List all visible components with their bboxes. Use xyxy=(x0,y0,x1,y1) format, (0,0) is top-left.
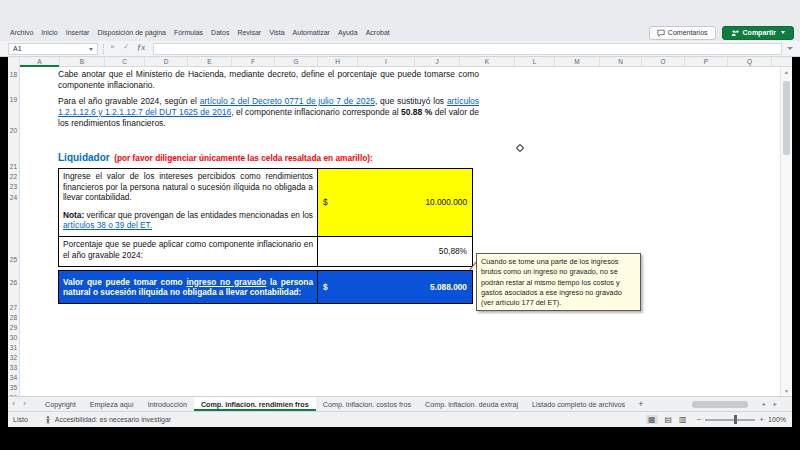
row-header-25[interactable]: 25 xyxy=(10,255,17,264)
enter-icon[interactable]: ✓ xyxy=(123,42,130,51)
row-header-24[interactable]: 24 xyxy=(10,193,17,202)
accessibility-status[interactable]: Accesibilidad: es necesario investigar xyxy=(44,416,171,424)
result-value-cell[interactable]: $ 5.088.000 xyxy=(318,270,473,304)
row-header-29[interactable]: 29 xyxy=(10,323,17,332)
page-break-view-icon[interactable]: ▥ xyxy=(679,415,687,424)
zoom-in-icon[interactable]: + xyxy=(759,416,764,424)
hscroll-left-icon[interactable]: ◄ xyxy=(761,401,766,408)
column-header-P[interactable]: P xyxy=(685,57,728,67)
column-header-Q[interactable]: Q xyxy=(728,57,772,67)
page-layout-view-icon[interactable]: ▤ xyxy=(665,415,673,424)
zoom-out-icon[interactable]: − xyxy=(697,416,702,424)
interests-label-cell[interactable]: Ingrese el valor de los intereses percib… xyxy=(58,168,318,237)
row-header-27[interactable]: 27 xyxy=(10,303,17,312)
column-header-J[interactable]: J xyxy=(415,57,460,67)
column-header-O[interactable]: O xyxy=(642,57,685,67)
table-row-result: Valor que puede tomar como ingreso no gr… xyxy=(58,270,473,304)
column-header-H[interactable]: H xyxy=(318,57,358,67)
row-header-30[interactable]: 30 xyxy=(10,333,17,342)
sheet-tab-copyright[interactable]: Copyright xyxy=(38,397,83,411)
result-label-cell[interactable]: Valor que puede tomar como ingreso no gr… xyxy=(58,270,318,304)
row-header-34[interactable]: 34 xyxy=(10,373,17,382)
row-header-18[interactable]: 18 xyxy=(10,70,17,79)
normal-view-icon[interactable]: ▦ xyxy=(646,415,658,424)
interests-input-cell[interactable]: $ 10.000.000 xyxy=(318,168,473,237)
zoom-slider[interactable] xyxy=(705,419,755,421)
column-header-C[interactable]: C xyxy=(105,57,145,67)
menu-tab-insertar[interactable]: Insertar xyxy=(62,29,94,36)
zoom-level[interactable]: 100% xyxy=(768,416,786,423)
menu-tab-automatizar[interactable]: Automatizar xyxy=(289,29,334,36)
row-header-32[interactable]: 32 xyxy=(10,353,17,362)
row-header-33[interactable]: 33 xyxy=(10,363,17,372)
menu-tab-inicio[interactable]: Inicio xyxy=(37,29,61,36)
comment-icon xyxy=(657,29,665,37)
formula-bar-expand-icon[interactable] xyxy=(787,47,793,50)
percentage-text: Porcentaje que se puede aplicar como com… xyxy=(63,239,313,260)
name-box-dropdown-icon xyxy=(89,48,93,51)
column-header-M[interactable]: M xyxy=(555,57,600,67)
scroll-down-icon[interactable]: ▼ xyxy=(781,388,792,394)
row-header-21[interactable]: 21 xyxy=(10,162,17,171)
column-header-E[interactable]: E xyxy=(188,57,232,67)
insert-function-icon[interactable]: ƒx xyxy=(137,42,145,52)
column-header-N[interactable]: N xyxy=(600,57,642,67)
column-header-G[interactable]: G xyxy=(275,57,318,67)
select-all-corner[interactable] xyxy=(8,57,20,67)
row-header-19[interactable]: 19 xyxy=(10,95,17,104)
row-header-28[interactable]: 28 xyxy=(10,313,17,322)
menu-tab-vista[interactable]: Vista xyxy=(265,29,288,36)
row-header-26[interactable]: 26 xyxy=(10,278,17,287)
column-header-A[interactable]: A xyxy=(20,57,60,67)
share-button[interactable]: Compartir xyxy=(722,26,794,40)
hscroll-right-icon[interactable]: ► xyxy=(773,401,778,408)
formula-input[interactable] xyxy=(153,43,782,55)
row-header-22[interactable]: 22 xyxy=(10,172,17,181)
add-sheet-button[interactable]: + xyxy=(632,397,649,411)
percentage-value-cell[interactable]: 50,88% xyxy=(318,236,473,267)
column-header-B[interactable]: B xyxy=(60,57,105,67)
zoom-slider-thumb[interactable] xyxy=(734,415,737,424)
column-header-F[interactable]: F xyxy=(232,57,275,67)
column-header-I[interactable]: I xyxy=(358,57,415,67)
menu-tab-datos[interactable]: Datos xyxy=(207,29,233,36)
horizontal-scroll-thumb[interactable] xyxy=(692,401,748,408)
tabs-next-icon[interactable]: › xyxy=(19,397,30,411)
column-header-L[interactable]: L xyxy=(515,57,555,67)
comments-button[interactable]: Comentarios xyxy=(649,26,716,40)
sheet-tabs-bar: ‹ › CopyrightEmpieza aquíIntroducciónCom… xyxy=(8,396,792,411)
articulos-38-39-link[interactable]: artículos 38 o 39 del ET. xyxy=(63,220,152,230)
column-header-D[interactable]: D xyxy=(145,57,188,67)
tabs-prev-icon[interactable]: ‹ xyxy=(8,397,19,411)
row-header-35[interactable]: 35 xyxy=(10,383,17,392)
row-header-31[interactable]: 31 xyxy=(10,343,17,352)
scroll-up-icon[interactable]: ▲ xyxy=(781,69,792,75)
percentage-label-cell[interactable]: Porcentaje que se puede aplicar como com… xyxy=(58,236,318,267)
row-header-20[interactable]: 20 xyxy=(10,126,17,135)
cancel-icon[interactable]: × xyxy=(110,42,115,51)
menu-tab-ayuda[interactable]: Ayuda xyxy=(334,29,362,36)
sheet-tab-comp-inflacion-deuda-extraj[interactable]: Comp. inflacion. deuda extraj xyxy=(418,397,525,411)
liquidador-instruction: (por favor diligenciar únicamente las ce… xyxy=(114,153,373,163)
vertical-scroll-thumb[interactable] xyxy=(783,81,790,155)
sheet-tab-comp-inflacion-costos-fros[interactable]: Comp. inflacion. costos fros xyxy=(316,397,418,411)
sheet-tab-empieza-aqu-[interactable]: Empieza aquí xyxy=(83,397,141,411)
sheet-tab-comp-inflacion-rendimien-fros[interactable]: Comp. inflacion. rendimien fros xyxy=(194,397,316,411)
sheet-tab-introducci-n[interactable]: Introducción xyxy=(141,397,194,411)
row-header-23[interactable]: 23 xyxy=(10,182,17,191)
interests-note: Nota: verificar que provengan de las ent… xyxy=(63,210,313,231)
column-headers: ABCDEFGHIJKLMNOPQ xyxy=(8,57,792,67)
menu-tab-revisar[interactable]: Revisar xyxy=(233,29,265,36)
column-header-K[interactable]: K xyxy=(460,57,515,67)
menu-tab-archivo[interactable]: Archivo xyxy=(6,29,37,36)
name-box[interactable]: A1 xyxy=(8,43,98,55)
vertical-scrollbar[interactable]: ▲ ▼ xyxy=(780,67,792,396)
menu-tab-f-rmulas[interactable]: Fórmulas xyxy=(170,29,207,36)
sheet-tab-listado-completo-de-archivos[interactable]: Listado completo de archivos xyxy=(525,397,632,411)
menu-tab-disposici-n-de-p-gina[interactable]: Disposición de página xyxy=(93,29,170,36)
liquidador-title: Liquidador xyxy=(58,152,110,163)
ribbon-tabs: ArchivoInicioInsertarDisposición de pági… xyxy=(6,29,394,36)
menu-tab-acrobat[interactable]: Acrobat xyxy=(362,29,394,36)
decree-link[interactable]: artículo 2 del Decreto 0771 de julio 7 d… xyxy=(200,96,375,106)
paragraph-segment: , el componente inflacionario correspond… xyxy=(231,107,401,117)
